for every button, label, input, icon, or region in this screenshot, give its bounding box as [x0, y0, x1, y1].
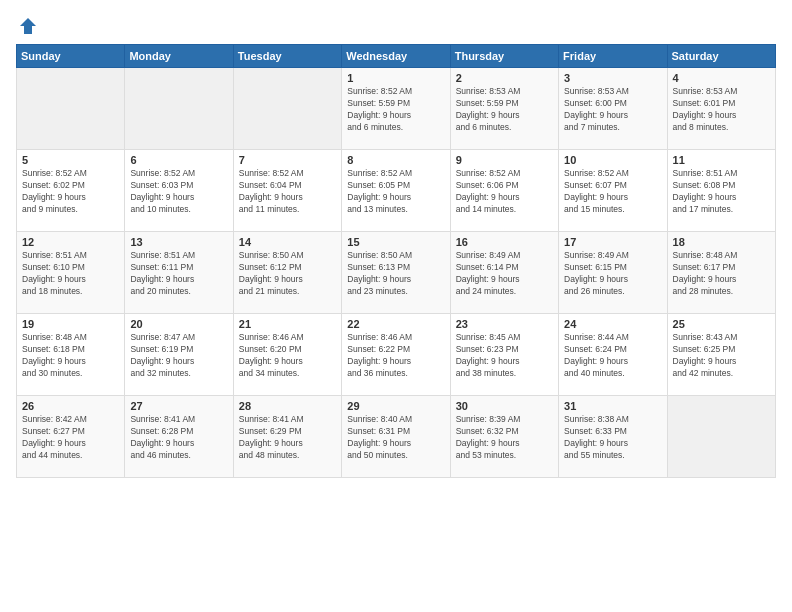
day-number: 22: [347, 318, 444, 330]
weekday-header-row: SundayMondayTuesdayWednesdayThursdayFrid…: [17, 45, 776, 68]
calendar-week-row: 26Sunrise: 8:42 AM Sunset: 6:27 PM Dayli…: [17, 396, 776, 478]
weekday-header: Monday: [125, 45, 233, 68]
calendar-cell: 15Sunrise: 8:50 AM Sunset: 6:13 PM Dayli…: [342, 232, 450, 314]
day-number: 30: [456, 400, 553, 412]
day-info: Sunrise: 8:49 AM Sunset: 6:15 PM Dayligh…: [564, 250, 661, 298]
calendar-cell: 4Sunrise: 8:53 AM Sunset: 6:01 PM Daylig…: [667, 68, 775, 150]
day-number: 28: [239, 400, 336, 412]
calendar-week-row: 1Sunrise: 8:52 AM Sunset: 5:59 PM Daylig…: [17, 68, 776, 150]
calendar-cell: 13Sunrise: 8:51 AM Sunset: 6:11 PM Dayli…: [125, 232, 233, 314]
day-info: Sunrise: 8:51 AM Sunset: 6:10 PM Dayligh…: [22, 250, 119, 298]
day-info: Sunrise: 8:43 AM Sunset: 6:25 PM Dayligh…: [673, 332, 770, 380]
calendar-table: SundayMondayTuesdayWednesdayThursdayFrid…: [16, 44, 776, 478]
day-number: 4: [673, 72, 770, 84]
day-info: Sunrise: 8:50 AM Sunset: 6:13 PM Dayligh…: [347, 250, 444, 298]
calendar-cell: 18Sunrise: 8:48 AM Sunset: 6:17 PM Dayli…: [667, 232, 775, 314]
weekday-header: Wednesday: [342, 45, 450, 68]
day-info: Sunrise: 8:46 AM Sunset: 6:20 PM Dayligh…: [239, 332, 336, 380]
day-number: 27: [130, 400, 227, 412]
calendar-week-row: 5Sunrise: 8:52 AM Sunset: 6:02 PM Daylig…: [17, 150, 776, 232]
day-info: Sunrise: 8:52 AM Sunset: 6:07 PM Dayligh…: [564, 168, 661, 216]
day-info: Sunrise: 8:53 AM Sunset: 5:59 PM Dayligh…: [456, 86, 553, 134]
day-number: 3: [564, 72, 661, 84]
day-info: Sunrise: 8:52 AM Sunset: 6:02 PM Dayligh…: [22, 168, 119, 216]
calendar-cell: 8Sunrise: 8:52 AM Sunset: 6:05 PM Daylig…: [342, 150, 450, 232]
day-info: Sunrise: 8:46 AM Sunset: 6:22 PM Dayligh…: [347, 332, 444, 380]
calendar-cell: 24Sunrise: 8:44 AM Sunset: 6:24 PM Dayli…: [559, 314, 667, 396]
calendar-cell: 19Sunrise: 8:48 AM Sunset: 6:18 PM Dayli…: [17, 314, 125, 396]
day-info: Sunrise: 8:38 AM Sunset: 6:33 PM Dayligh…: [564, 414, 661, 462]
weekday-header: Saturday: [667, 45, 775, 68]
day-number: 9: [456, 154, 553, 166]
day-info: Sunrise: 8:52 AM Sunset: 6:04 PM Dayligh…: [239, 168, 336, 216]
weekday-header: Tuesday: [233, 45, 341, 68]
day-info: Sunrise: 8:47 AM Sunset: 6:19 PM Dayligh…: [130, 332, 227, 380]
calendar-cell: 22Sunrise: 8:46 AM Sunset: 6:22 PM Dayli…: [342, 314, 450, 396]
calendar-cell: 11Sunrise: 8:51 AM Sunset: 6:08 PM Dayli…: [667, 150, 775, 232]
calendar-week-row: 12Sunrise: 8:51 AM Sunset: 6:10 PM Dayli…: [17, 232, 776, 314]
calendar-cell: 27Sunrise: 8:41 AM Sunset: 6:28 PM Dayli…: [125, 396, 233, 478]
day-info: Sunrise: 8:39 AM Sunset: 6:32 PM Dayligh…: [456, 414, 553, 462]
day-number: 31: [564, 400, 661, 412]
header: [16, 16, 776, 36]
day-info: Sunrise: 8:42 AM Sunset: 6:27 PM Dayligh…: [22, 414, 119, 462]
weekday-header: Sunday: [17, 45, 125, 68]
day-info: Sunrise: 8:41 AM Sunset: 6:29 PM Dayligh…: [239, 414, 336, 462]
day-number: 26: [22, 400, 119, 412]
calendar-cell: 9Sunrise: 8:52 AM Sunset: 6:06 PM Daylig…: [450, 150, 558, 232]
calendar-cell: 30Sunrise: 8:39 AM Sunset: 6:32 PM Dayli…: [450, 396, 558, 478]
calendar-cell: 21Sunrise: 8:46 AM Sunset: 6:20 PM Dayli…: [233, 314, 341, 396]
weekday-header: Friday: [559, 45, 667, 68]
day-info: Sunrise: 8:52 AM Sunset: 6:05 PM Dayligh…: [347, 168, 444, 216]
day-info: Sunrise: 8:49 AM Sunset: 6:14 PM Dayligh…: [456, 250, 553, 298]
calendar-cell: 3Sunrise: 8:53 AM Sunset: 6:00 PM Daylig…: [559, 68, 667, 150]
calendar-cell: [17, 68, 125, 150]
day-number: 8: [347, 154, 444, 166]
day-number: 1: [347, 72, 444, 84]
day-number: 16: [456, 236, 553, 248]
logo: [16, 16, 38, 36]
day-number: 12: [22, 236, 119, 248]
calendar-cell: 23Sunrise: 8:45 AM Sunset: 6:23 PM Dayli…: [450, 314, 558, 396]
day-number: 29: [347, 400, 444, 412]
calendar-cell: 6Sunrise: 8:52 AM Sunset: 6:03 PM Daylig…: [125, 150, 233, 232]
day-info: Sunrise: 8:53 AM Sunset: 6:00 PM Dayligh…: [564, 86, 661, 134]
day-number: 7: [239, 154, 336, 166]
day-number: 13: [130, 236, 227, 248]
weekday-header: Thursday: [450, 45, 558, 68]
day-info: Sunrise: 8:51 AM Sunset: 6:11 PM Dayligh…: [130, 250, 227, 298]
day-info: Sunrise: 8:45 AM Sunset: 6:23 PM Dayligh…: [456, 332, 553, 380]
day-number: 17: [564, 236, 661, 248]
calendar-cell: 29Sunrise: 8:40 AM Sunset: 6:31 PM Dayli…: [342, 396, 450, 478]
day-number: 24: [564, 318, 661, 330]
calendar-cell: 1Sunrise: 8:52 AM Sunset: 5:59 PM Daylig…: [342, 68, 450, 150]
day-number: 15: [347, 236, 444, 248]
calendar-cell: 2Sunrise: 8:53 AM Sunset: 5:59 PM Daylig…: [450, 68, 558, 150]
calendar-cell: 16Sunrise: 8:49 AM Sunset: 6:14 PM Dayli…: [450, 232, 558, 314]
day-number: 19: [22, 318, 119, 330]
calendar-cell: 14Sunrise: 8:50 AM Sunset: 6:12 PM Dayli…: [233, 232, 341, 314]
day-number: 18: [673, 236, 770, 248]
day-info: Sunrise: 8:40 AM Sunset: 6:31 PM Dayligh…: [347, 414, 444, 462]
day-number: 20: [130, 318, 227, 330]
calendar-cell: 31Sunrise: 8:38 AM Sunset: 6:33 PM Dayli…: [559, 396, 667, 478]
day-info: Sunrise: 8:52 AM Sunset: 6:03 PM Dayligh…: [130, 168, 227, 216]
calendar-cell: 7Sunrise: 8:52 AM Sunset: 6:04 PM Daylig…: [233, 150, 341, 232]
day-info: Sunrise: 8:48 AM Sunset: 6:18 PM Dayligh…: [22, 332, 119, 380]
day-info: Sunrise: 8:41 AM Sunset: 6:28 PM Dayligh…: [130, 414, 227, 462]
calendar-cell: 28Sunrise: 8:41 AM Sunset: 6:29 PM Dayli…: [233, 396, 341, 478]
day-info: Sunrise: 8:50 AM Sunset: 6:12 PM Dayligh…: [239, 250, 336, 298]
svg-marker-0: [20, 18, 36, 34]
day-number: 14: [239, 236, 336, 248]
page: SundayMondayTuesdayWednesdayThursdayFrid…: [0, 0, 792, 612]
calendar-cell: 12Sunrise: 8:51 AM Sunset: 6:10 PM Dayli…: [17, 232, 125, 314]
day-number: 5: [22, 154, 119, 166]
calendar-cell: 17Sunrise: 8:49 AM Sunset: 6:15 PM Dayli…: [559, 232, 667, 314]
day-number: 23: [456, 318, 553, 330]
calendar-cell: [667, 396, 775, 478]
calendar-cell: 26Sunrise: 8:42 AM Sunset: 6:27 PM Dayli…: [17, 396, 125, 478]
day-info: Sunrise: 8:51 AM Sunset: 6:08 PM Dayligh…: [673, 168, 770, 216]
day-info: Sunrise: 8:52 AM Sunset: 5:59 PM Dayligh…: [347, 86, 444, 134]
day-number: 25: [673, 318, 770, 330]
day-number: 21: [239, 318, 336, 330]
